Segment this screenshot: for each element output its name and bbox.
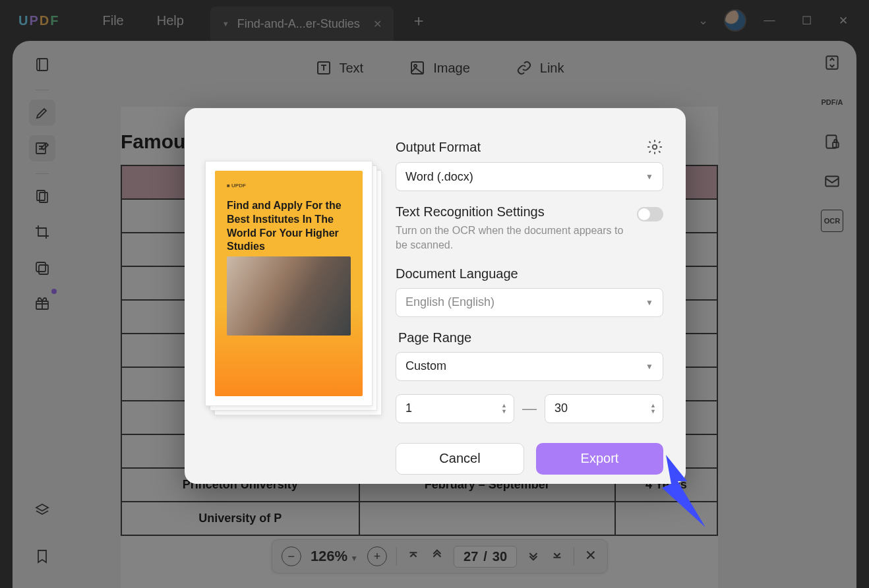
page-range-label: Page Range bbox=[398, 330, 663, 345]
ocr-description: Turn on the OCR when the document appear… bbox=[396, 223, 637, 253]
stepper-down-icon[interactable]: ▼ bbox=[650, 409, 656, 415]
page-from-input[interactable]: 1 ▲▼ bbox=[396, 394, 514, 423]
svg-point-14 bbox=[653, 145, 657, 150]
output-format-label: Output Format bbox=[396, 140, 481, 155]
ocr-label: Text Recognition Settings bbox=[396, 204, 637, 220]
export-dialog: ■ UPDF Find and Apply For the Best Insti… bbox=[185, 108, 686, 484]
document-thumbnail: ■ UPDF Find and Apply For the Best Insti… bbox=[205, 161, 375, 411]
language-label: Document Language bbox=[396, 266, 663, 281]
page-to-input[interactable]: 30 ▲▼ bbox=[545, 394, 663, 423]
ocr-toggle[interactable] bbox=[637, 207, 663, 221]
export-button[interactable]: Export bbox=[536, 443, 663, 475]
output-settings-button[interactable] bbox=[646, 138, 663, 156]
page-range-select[interactable]: Custom▼ bbox=[396, 352, 663, 381]
cancel-button[interactable]: Cancel bbox=[396, 443, 524, 475]
output-format-select[interactable]: Word (.docx)▼ bbox=[396, 162, 663, 191]
stepper-down-icon[interactable]: ▼ bbox=[501, 409, 507, 415]
range-dash: — bbox=[522, 400, 537, 417]
language-select[interactable]: English (English)▼ bbox=[396, 288, 663, 317]
